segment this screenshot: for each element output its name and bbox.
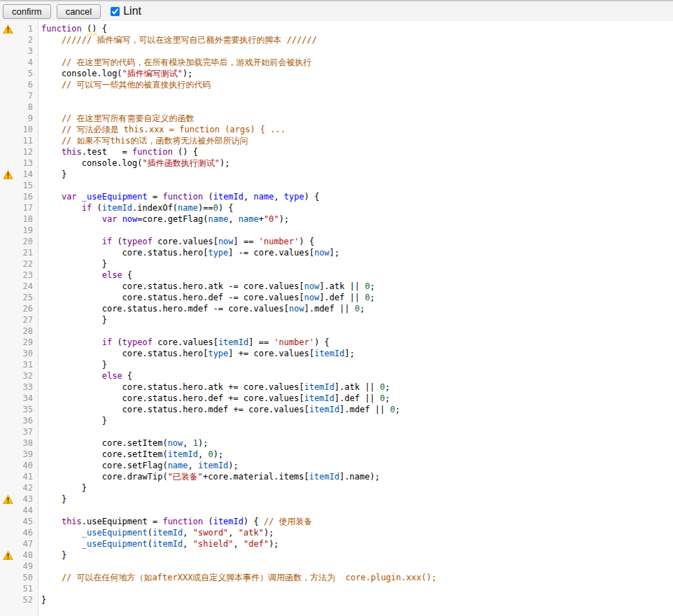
lint-warning-icon[interactable] — [0, 493, 14, 505]
line-number: 3 — [14, 46, 38, 57]
code-line[interactable] — [41, 90, 437, 102]
confirm-button[interactable]: confirm — [3, 4, 51, 19]
gutter-row: 20 — [0, 236, 38, 247]
code-line[interactable]: this.useEquipment = function (itemId) { … — [41, 516, 437, 527]
code-line[interactable] — [41, 583, 437, 594]
lint-checkbox[interactable] — [111, 7, 120, 16]
line-number: 19 — [14, 225, 38, 236]
code-line[interactable]: core.status.hero.def -= core.values[now]… — [41, 292, 437, 303]
token-pl — [41, 237, 102, 246]
line-number: 11 — [14, 135, 38, 146]
code-line[interactable]: var now=core.getFlag(name, name+"0"); — [41, 214, 437, 225]
code-line[interactable]: console.log("插件函数执行测试"); — [41, 158, 437, 169]
gutter-row: 25 — [0, 292, 38, 303]
code-line[interactable]: this.test = function () { — [41, 146, 437, 158]
code-line[interactable]: } — [41, 169, 437, 180]
code-line[interactable] — [41, 561, 437, 572]
code-line[interactable]: if (typeof core.values[now] == 'number')… — [41, 236, 437, 247]
code-line[interactable]: core.setItem(itemId, 0); — [41, 449, 437, 460]
gutter-row: 47 — [0, 538, 38, 550]
code-line[interactable]: } — [41, 493, 437, 505]
code-line[interactable]: _useEquipment(itemId, "sword", "atk"); — [41, 527, 437, 538]
token-cm: // 使用装备 — [264, 517, 313, 526]
gutter-marker-empty — [0, 370, 14, 382]
line-number: 31 — [14, 359, 38, 370]
code-line[interactable]: ////// 插件编写，可以在这里写自己额外需要执行的脚本 ////// — [41, 34, 437, 46]
token-pl: ] == — [248, 337, 274, 347]
code-line[interactable]: // 写法必须是 this.xxx = function (args) { ..… — [41, 124, 437, 135]
code-line[interactable]: if (itemId.indexOf(name)==0) { — [41, 202, 437, 214]
code-area[interactable]: function () { ////// 插件编写，可以在这里写自己额外需要执行… — [38, 21, 437, 616]
lint-warning-icon[interactable] — [0, 550, 14, 561]
code-line[interactable] — [41, 180, 437, 191]
code-line[interactable]: core.setItem(now, 1); — [41, 438, 437, 449]
line-number: 44 — [14, 505, 38, 516]
gutter-marker-empty — [0, 449, 14, 460]
code-line[interactable]: core.drawTip("已装备"+core.material.items[i… — [41, 471, 437, 482]
code-line[interactable]: core.status.hero.mdef -= core.values[now… — [41, 303, 437, 314]
gutter-marker-empty — [0, 225, 14, 236]
code-line[interactable] — [41, 46, 437, 57]
code-line[interactable]: var _useEquipment = function (itemId, na… — [41, 191, 437, 202]
code-line[interactable]: } — [41, 594, 437, 606]
code-line[interactable]: else { — [41, 270, 437, 281]
token-pl: console.log( — [41, 158, 143, 168]
line-number: 41 — [14, 471, 38, 482]
code-line[interactable]: // 如果不写this的话，函数将无法被外部所访问 — [41, 135, 437, 146]
code-line[interactable] — [41, 505, 437, 516]
gutter-row: 1 — [0, 23, 38, 34]
code-line[interactable]: } — [41, 550, 437, 561]
token-kw: var — [62, 192, 77, 202]
code-line[interactable]: core.status.hero.atk += core.values[item… — [41, 382, 437, 393]
token-pl: .indexOf( — [132, 203, 178, 213]
token-pl: ( — [112, 237, 122, 246]
code-line[interactable] — [41, 102, 437, 113]
code-line[interactable]: _useEquipment(itemId, "shield", "def"); — [41, 538, 437, 550]
token-pl: ]; — [330, 248, 339, 258]
token-pl — [41, 203, 82, 213]
code-editor[interactable]: 1234567891011121314151617181920212223242… — [0, 21, 673, 616]
code-line[interactable]: } — [41, 314, 437, 326]
gutter-marker-empty — [0, 538, 14, 550]
code-line[interactable]: if (typeof core.values[itemId] == 'numbe… — [41, 337, 437, 348]
code-line[interactable] — [41, 426, 437, 438]
lint-toggle[interactable]: Lint — [111, 5, 141, 18]
code-line[interactable]: core.status.hero[type] -= core.values[no… — [41, 247, 437, 258]
line-number: 4 — [14, 57, 38, 68]
gutter-row: 43 — [0, 493, 38, 505]
gutter-row: 17 — [0, 202, 38, 214]
code-line[interactable]: core.setFlag(name, itemId); — [41, 460, 437, 471]
gutter-marker-empty — [0, 404, 14, 415]
lint-warning-icon[interactable] — [0, 169, 14, 180]
code-line[interactable] — [41, 326, 437, 337]
code-line[interactable]: // 在这里写的代码，在所有模块加载完毕后，游戏开始前会被执行 — [41, 57, 437, 68]
code-line[interactable]: core.status.hero.atk -= core.values[now]… — [41, 281, 437, 292]
lint-warning-icon[interactable] — [0, 23, 14, 34]
code-line[interactable]: } — [41, 258, 437, 270]
token-pl: } — [41, 550, 66, 560]
code-line[interactable]: console.log("插件编写测试"); — [41, 68, 437, 79]
token-num: 0 — [208, 449, 213, 459]
token-v2: itemId — [309, 472, 339, 482]
cancel-button[interactable]: cancel — [57, 4, 101, 19]
token-pl: ( — [203, 517, 213, 526]
gutter-row: 32 — [0, 370, 38, 382]
token-str: "atk" — [239, 528, 264, 538]
token-pl: ); — [264, 528, 274, 538]
token-v2: name — [178, 203, 198, 213]
token-kw: if — [82, 203, 92, 213]
code-line[interactable]: core.status.hero[type] += core.values[it… — [41, 348, 437, 359]
code-line[interactable]: function () { — [41, 23, 437, 34]
code-line[interactable]: else { — [41, 370, 437, 382]
code-line[interactable]: } — [41, 415, 437, 426]
token-pl: ( — [112, 337, 122, 347]
code-line[interactable]: core.status.hero.def += core.values[item… — [41, 393, 437, 404]
code-line[interactable]: } — [41, 482, 437, 493]
code-line[interactable]: // 可以写一些其他的被直接执行的代码 — [41, 79, 437, 90]
code-line[interactable]: // 可以在任何地方（如afterXXX或自定义脚本事件）调用函数，方法为 co… — [41, 572, 437, 583]
code-line[interactable]: // 在这里写所有需要自定义的函数 — [41, 113, 437, 124]
code-line[interactable]: core.status.hero.mdef += core.values[ite… — [41, 404, 437, 415]
code-line[interactable]: } — [41, 359, 437, 370]
gutter-marker-empty — [0, 281, 14, 292]
code-line[interactable] — [41, 225, 437, 236]
